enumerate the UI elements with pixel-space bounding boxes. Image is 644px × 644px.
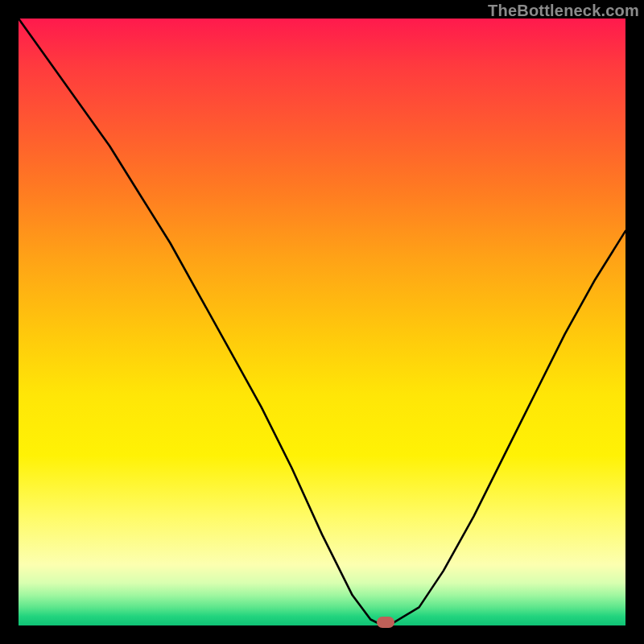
chart-frame: TheBottleneck.com xyxy=(0,0,644,644)
optimal-marker xyxy=(377,617,394,628)
chart-svg xyxy=(19,19,625,625)
bottleneck-curve xyxy=(19,19,625,625)
watermark: TheBottleneck.com xyxy=(488,2,639,20)
